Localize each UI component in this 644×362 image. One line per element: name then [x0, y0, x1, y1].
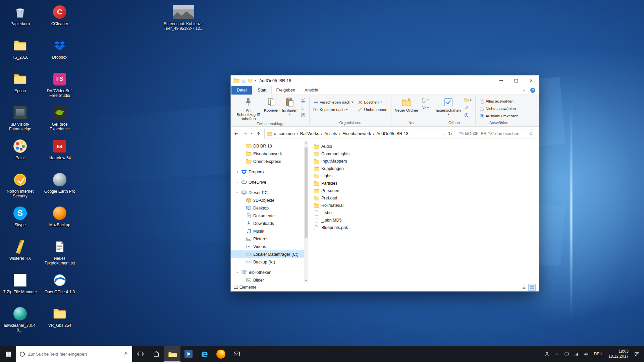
breadcrumb-overflow-icon[interactable]: « [274, 131, 276, 136]
paste-shortcut-button[interactable] [300, 112, 307, 118]
easy-access-button[interactable] [420, 105, 430, 111]
copy-to-button[interactable]: Kopieren nach [312, 106, 355, 113]
keyboard-language-button[interactable]: DEU [591, 346, 605, 362]
nav-item-eisenbahnwerk[interactable]: Eisenbahnwerk [231, 150, 304, 158]
file-item-lights[interactable]: Lights [313, 172, 336, 180]
chevron-expanded-icon[interactable] [235, 190, 239, 195]
nav-item-backup-k[interactable]: Backup (K:) [231, 258, 304, 266]
taskbar-app-movies-tv[interactable] [180, 346, 197, 362]
desktop-icon-papierkorb[interactable]: Papierkorb [3, 3, 38, 36]
action-center-button[interactable] [632, 346, 644, 362]
nav-item-dropbox[interactable]: Dropbox [231, 168, 304, 176]
desktop-icon-dvdvideosoft-free-studio[interactable]: FSDVDVideoSoft Free Studio [42, 70, 77, 103]
new-folder-button[interactable]: Neuer Ordner [393, 96, 420, 113]
nav-item-bilder[interactable]: Bilder [231, 276, 304, 283]
nav-item-pictures[interactable]: Pictures [231, 235, 304, 243]
file-item-sbn[interactable]: _.sbn [313, 209, 335, 217]
desktop-icon-skype[interactable]: SSkype [3, 204, 38, 237]
desktop-icon-ts-2016[interactable]: TS_2016 [3, 36, 38, 70]
file-item-audio[interactable]: Audio [313, 143, 335, 150]
taskbar-app-mail[interactable] [229, 346, 245, 362]
thumbnail-view-button[interactable] [528, 284, 536, 291]
file-item-rollmaterial[interactable]: Rollmaterial [313, 202, 347, 209]
refresh-icon[interactable] [447, 131, 453, 136]
edit-button[interactable] [463, 105, 473, 111]
breadcrumb[interactable]: « common›RailWorks›Assets›Eisenbahnwerk›… [264, 129, 455, 138]
scrollbar-thumb[interactable] [305, 147, 308, 238]
desktop-icon-adwcleaner-7-0-4-0[interactable]: adwcleaner_7.0.4.0.... [3, 304, 38, 338]
invert-selection-button[interactable]: Auswahl umkehren [478, 112, 520, 120]
file-item-commonlights[interactable]: CommonLights [313, 150, 353, 158]
people-button[interactable] [542, 346, 552, 362]
nav-item-onedrive[interactable]: OneDrive [231, 178, 304, 186]
desktop-icon-norton-internet-security[interactable]: Norton Internet Security [3, 170, 38, 204]
scroll-up-icon[interactable]: ▲ [305, 140, 308, 145]
nav-item-3d-objekte[interactable]: 3D-Objekte [231, 196, 304, 204]
chevron-collapsed-icon[interactable] [235, 170, 239, 174]
taskbar-search-input[interactable] [28, 352, 120, 357]
move-to-button[interactable]: Verschieben nach [312, 99, 355, 106]
taskbar-app-file-explorer[interactable] [164, 346, 180, 362]
maximize-button[interactable] [508, 75, 524, 86]
clock[interactable]: 18:03 18.12.2017 [605, 346, 632, 362]
nav-item-orient-express[interactable]: Orient-Express [231, 158, 304, 165]
collapse-ribbon-icon[interactable] [522, 88, 526, 93]
taskbar-app-firefox[interactable] [213, 346, 229, 362]
file-item-personen[interactable]: Personen [313, 187, 343, 194]
nav-item-db-br-18[interactable]: DB BR 18 [231, 142, 304, 150]
select-none-button[interactable]: Nichts auswählen [478, 105, 518, 112]
properties-button[interactable]: Eigenschaften [435, 96, 462, 115]
rename-button[interactable]: Umbenennen [356, 106, 389, 113]
desktop-icon-paint[interactable]: Paint [3, 137, 38, 170]
close-button[interactable]: × [524, 75, 539, 86]
taskbar-app-store[interactable] [148, 346, 164, 362]
file-item-kupplungen[interactable]: Kupplungen [313, 165, 347, 172]
show-hidden-icons-button[interactable] [552, 346, 562, 362]
taskbar-search[interactable] [16, 346, 132, 362]
properties-quick-icon[interactable] [242, 78, 247, 83]
minimize-button[interactable] [493, 75, 508, 86]
copy-button[interactable]: Kopieren [263, 96, 281, 113]
desktop-icon-screenshot[interactable]: Screenshot_Koblenz - Trier_49.95183-7.12… [158, 3, 209, 36]
chevron-collapsed-icon[interactable] [235, 180, 239, 184]
select-all-button[interactable]: Alles auswählen [478, 98, 515, 105]
help-icon[interactable] [530, 88, 535, 93]
tab-freigeben[interactable]: Freigeben [272, 86, 300, 95]
tab-ansicht[interactable]: Ansicht [300, 86, 323, 95]
breadcrumb-item-railworks[interactable]: RailWorks [298, 131, 321, 136]
desktop-icon-7-zip-file-manager[interactable]: 7z7-Zip File Manager [3, 271, 38, 304]
file-item-particles[interactable]: Particles [313, 180, 341, 187]
recent-locations-icon[interactable] [250, 129, 254, 138]
paste-button[interactable]: Einfügen [281, 96, 299, 115]
search-box[interactable] [457, 129, 536, 138]
file-item-inputmappers[interactable]: InputMappers [313, 158, 350, 165]
desktop-icon-mozbackup[interactable]: MozBackup [42, 204, 77, 237]
taskbar-app-task-view[interactable] [132, 346, 148, 362]
nav-scrollbar[interactable]: ▲ ▼ [304, 140, 308, 283]
desktop-icon-ccleaner[interactable]: CCCleaner [42, 3, 77, 36]
nav-item-downloads[interactable]: Downloads [231, 220, 304, 227]
cut-button[interactable] [300, 97, 307, 103]
copy-path-button[interactable] [300, 105, 307, 111]
desktop-icon-irfanview-64[interactable]: 64IrfanView 64 [42, 137, 77, 170]
start-button[interactable] [0, 346, 16, 362]
file-item-preload[interactable]: PreLoad [313, 194, 340, 202]
desktop-icon-epson[interactable]: Epson [3, 70, 38, 103]
tab-datei[interactable]: Datei [231, 86, 252, 95]
nav-item-lokaler-datentr-ger-c[interactable]: Lokaler Datenträger (C:) [231, 250, 304, 258]
tab-start[interactable]: Start [253, 86, 271, 95]
network-tray-button[interactable] [572, 346, 581, 362]
desktop-icon-openoffice-4-1-3[interactable]: OpenOffice 4.1.3 [42, 271, 77, 304]
back-button[interactable] [232, 129, 241, 138]
open-button[interactable] [463, 97, 473, 103]
display-tray-button[interactable] [562, 346, 572, 362]
delete-button[interactable]: Löschen [356, 99, 389, 106]
chevron-expanded-icon[interactable] [235, 270, 239, 275]
nav-item-bibliotheken[interactable]: Bibliotheken [231, 268, 304, 276]
new-folder-quick-icon[interactable] [248, 78, 253, 83]
desktop-icon-dropbox[interactable]: Dropbox [42, 36, 77, 70]
nav-item-desktop[interactable]: Desktop [231, 204, 304, 212]
forward-button[interactable] [241, 129, 250, 138]
up-button[interactable] [254, 129, 263, 138]
breadcrumb-item-eisenbahnwerk[interactable]: Eisenbahnwerk [340, 131, 373, 136]
